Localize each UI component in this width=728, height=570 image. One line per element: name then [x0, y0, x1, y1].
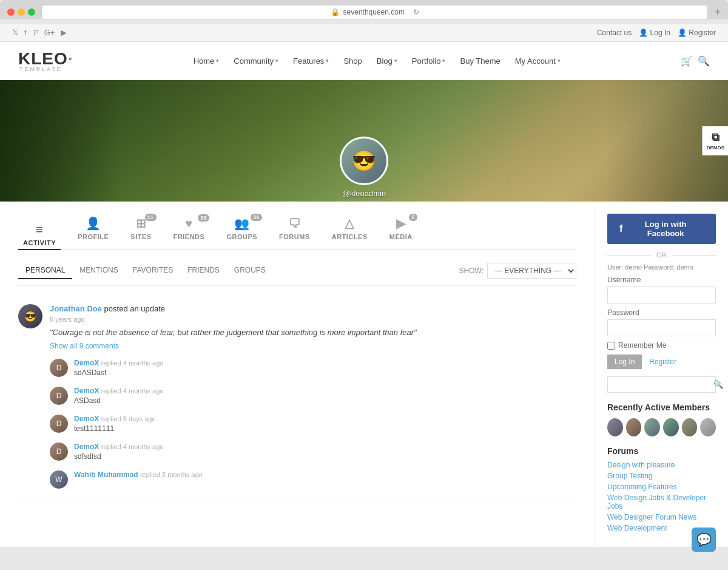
- search-icon[interactable]: 🔍: [698, 55, 710, 67]
- minimize-window-dot[interactable]: [18, 8, 25, 16]
- post-action: posted an update: [104, 304, 165, 313]
- new-tab-button[interactable]: +: [714, 6, 721, 19]
- nav-my-account[interactable]: My Account▾: [509, 53, 567, 69]
- show-comments-link[interactable]: Show all 9 comments: [50, 342, 576, 350]
- comment-time: replied 4 months ago: [101, 359, 164, 367]
- chat-button[interactable]: 💬: [692, 528, 716, 547]
- member-avatar[interactable]: [626, 418, 642, 436]
- media-badge: 5: [409, 214, 417, 221]
- tab-forums-label: FORUMS: [279, 233, 310, 240]
- blog-dropdown-arrow: ▾: [394, 58, 397, 64]
- refresh-icon[interactable]: ↻: [413, 8, 419, 16]
- demos-button[interactable]: ⧉ DEMOS: [702, 126, 728, 155]
- youtube-icon[interactable]: ▶: [61, 28, 67, 38]
- nav-portfolio[interactable]: Portfolio▾: [406, 53, 452, 69]
- post-author-name[interactable]: Jonathan Doe: [50, 304, 102, 313]
- profile-tabs: ≡ ACTIVITY 👤 PROFILE 11 ⊞ SITES 38 ♥ FRI…: [18, 214, 576, 250]
- comment-author[interactable]: DemoX: [74, 415, 99, 423]
- activity-header: Jonathan Doe posted an update: [50, 304, 576, 313]
- tab-groups[interactable]: 36 👥 GROUPS: [221, 214, 262, 243]
- username-input[interactable]: [607, 287, 716, 304]
- hero-trees-left: [0, 80, 121, 202]
- member-avatar[interactable]: [644, 418, 660, 436]
- member-avatar[interactable]: [663, 418, 679, 436]
- demos-icon: ⧉: [712, 131, 720, 144]
- nav-home[interactable]: Home▾: [187, 53, 226, 69]
- avatar-image: 😎: [352, 149, 376, 172]
- nav-features[interactable]: Features▾: [287, 53, 335, 69]
- show-filter: SHOW: — EVERYTHING —: [459, 263, 576, 279]
- facebook-icon[interactable]: f: [24, 28, 27, 38]
- hero-avatar[interactable]: 😎: [340, 137, 388, 185]
- member-avatar[interactable]: [700, 418, 716, 436]
- main-content: ≡ ACTIVITY 👤 PROFILE 11 ⊞ SITES 38 ♥ FRI…: [0, 202, 728, 547]
- cart-icon[interactable]: 🛒: [681, 55, 693, 67]
- password-input[interactable]: [607, 319, 716, 336]
- content-left: ≡ ACTIVITY 👤 PROFILE 11 ⊞ SITES 38 ♥ FRI…: [0, 202, 595, 547]
- nav-shop[interactable]: Shop: [337, 53, 368, 69]
- or-divider: OR: [607, 251, 716, 259]
- login-button[interactable]: Log In: [607, 355, 642, 369]
- post-quote: "Courage is not the absence of fear, but…: [50, 328, 576, 337]
- tab-activity[interactable]: ≡ ACTIVITY: [18, 220, 61, 250]
- remember-me-checkbox[interactable]: [607, 342, 615, 350]
- tab-media[interactable]: 5 ▶ MEDIA: [385, 214, 417, 243]
- friends-badge: 38: [198, 214, 209, 222]
- comment-avatar: D: [50, 443, 68, 461]
- twitter-icon[interactable]: 𝕏: [12, 28, 18, 38]
- filter-friends[interactable]: FRIENDS: [180, 262, 227, 279]
- forum-link-group[interactable]: Group Testing: [607, 472, 716, 480]
- contact-link[interactable]: Contact us: [597, 29, 632, 37]
- google-plus-icon[interactable]: G+: [44, 28, 55, 38]
- login-link[interactable]: 👤 Log In: [639, 29, 670, 37]
- show-select[interactable]: — EVERYTHING —: [487, 263, 576, 279]
- comment-author[interactable]: Wahib Muhammad: [74, 470, 138, 479]
- nav-community[interactable]: Community▾: [228, 53, 285, 69]
- register-link-top[interactable]: 👤 Register: [678, 29, 716, 37]
- comment-text: sdASDasf: [74, 368, 576, 377]
- member-avatars: [607, 418, 716, 436]
- maximize-window-dot[interactable]: [28, 8, 35, 16]
- comment-author[interactable]: DemoX: [74, 359, 99, 367]
- activity-icon: ≡: [36, 223, 43, 237]
- comment-author[interactable]: DemoX: [74, 387, 99, 395]
- demo-hint: User: demo Password: demo: [607, 263, 716, 271]
- forum-link-wdforum[interactable]: Web Designer Forum News: [607, 513, 716, 521]
- site-wrapper: 𝕏 f 𝓟 G+ ▶ Contact us 👤 Log In 👤 Registe…: [0, 24, 728, 547]
- facebook-login-button[interactable]: f Log in with Facebook: [607, 214, 716, 244]
- nav-blog[interactable]: Blog▾: [371, 53, 403, 69]
- comment-time: replied 4 months ago: [101, 387, 164, 395]
- comment-author[interactable]: DemoX: [74, 443, 99, 451]
- tab-profile[interactable]: 👤 PROFILE: [73, 214, 113, 243]
- sidebar-search-button[interactable]: 🔍: [709, 377, 728, 392]
- filter-favorites[interactable]: FAVORITES: [126, 262, 180, 279]
- filter-personal[interactable]: PERSONAL: [18, 262, 72, 279]
- register-link[interactable]: Register: [649, 358, 676, 366]
- site-logo[interactable]: KLEO· TEMPLATE: [18, 49, 73, 72]
- recently-active-title: Recently Active Members: [607, 402, 716, 412]
- tab-sites[interactable]: 11 ⊞ SITES: [126, 214, 156, 243]
- friends-icon: ♥: [185, 217, 192, 231]
- member-avatar[interactable]: [607, 418, 623, 436]
- filter-groups[interactable]: GROUPS: [227, 262, 273, 279]
- address-bar[interactable]: 🔒 seventhqueen.com ↻: [41, 5, 708, 19]
- add-person-icon: 👤: [678, 29, 687, 37]
- nav-buy-theme[interactable]: Buy Theme: [454, 53, 506, 69]
- filter-mentions[interactable]: MENTIONS: [72, 262, 125, 279]
- tab-media-label: MEDIA: [389, 233, 413, 240]
- tab-forums[interactable]: 🗨 FORUMS: [274, 214, 315, 243]
- tab-friends[interactable]: 38 ♥ FRIENDS: [169, 214, 210, 243]
- tab-articles[interactable]: △ ARTICLES: [327, 214, 372, 243]
- tab-friends-label: FRIENDS: [174, 233, 205, 240]
- sidebar-search-input[interactable]: [608, 377, 709, 392]
- password-label: Password: [607, 308, 716, 317]
- comment-avatar: W: [50, 470, 68, 489]
- forum-link-webdesign[interactable]: Web Design Jobs & Developer Jobs: [607, 494, 716, 511]
- pinterest-icon[interactable]: 𝓟: [33, 28, 38, 38]
- member-avatar[interactable]: [682, 418, 698, 436]
- comment-body: DemoX replied 4 months ago ASDasd: [74, 387, 576, 405]
- forum-link-upcomming[interactable]: Upcomming Features: [607, 483, 716, 491]
- close-window-dot[interactable]: [7, 8, 15, 16]
- forum-link-design[interactable]: Design with pleasure: [607, 461, 716, 469]
- sidebar: f Log in with Facebook OR User: demo Pas…: [595, 202, 728, 547]
